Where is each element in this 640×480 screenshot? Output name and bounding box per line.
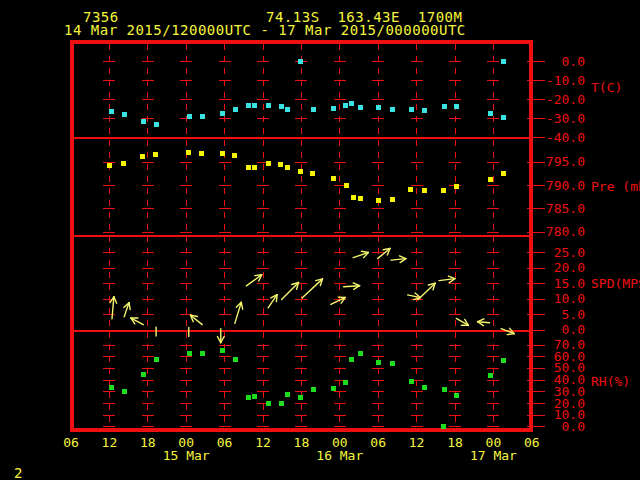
wind-tick-label: 25.0 [554, 245, 585, 260]
date-label: 17 Mar [470, 448, 517, 463]
hour-label: 06 [217, 435, 233, 450]
pressure-point [232, 153, 237, 158]
pressure-point [121, 161, 126, 166]
humidity-point [220, 348, 225, 353]
hour-label: 18 [294, 435, 310, 450]
wind-arrow [378, 249, 390, 259]
hour-label: 06 [370, 435, 386, 450]
pressure-point [252, 165, 257, 170]
humidity-point [343, 380, 348, 385]
humidity-point [187, 351, 192, 356]
wind-arrow [456, 318, 468, 325]
humidity-point [266, 401, 271, 406]
temperature-point [390, 107, 395, 112]
humidity-point [409, 379, 414, 384]
page-number: 2 [14, 465, 23, 480]
wind-arrow [110, 297, 117, 319]
pressure-point [153, 152, 158, 157]
temperature-point [233, 107, 238, 112]
temperature-point [154, 122, 159, 127]
humidity-point [358, 351, 363, 356]
temperature-point [220, 111, 225, 116]
pressure-point [310, 171, 315, 176]
wind-axis-title: SPD(MPS) [591, 276, 640, 291]
pressure-point [199, 151, 204, 156]
wind-arrow-series [110, 249, 514, 343]
temperature-point [409, 107, 414, 112]
humidity-point [390, 361, 395, 366]
temperature-point [501, 115, 506, 120]
temperature-point [331, 106, 336, 111]
pressure-point [408, 187, 413, 192]
wind-arrow [282, 283, 299, 300]
hour-label: 06 [524, 435, 540, 450]
humidity-point [501, 358, 506, 363]
temperature-point [187, 114, 192, 119]
wind-arrow [353, 251, 368, 257]
wind-arrow [391, 256, 406, 263]
pressure-point [441, 188, 446, 193]
date-label: 15 Mar [163, 448, 210, 463]
pressure-series [107, 150, 506, 203]
humidity-point [376, 360, 381, 365]
humidity-point [441, 424, 446, 429]
pressure-tick-label: 795.0 [546, 154, 585, 169]
temperature-point [442, 104, 447, 109]
pressure-point [278, 162, 283, 167]
humidity-point [442, 387, 447, 392]
pressure-point [376, 198, 381, 203]
pressure-point [140, 154, 145, 159]
wind-tick-label: 20.0 [554, 260, 585, 275]
wind-arrow [344, 283, 360, 290]
humidity-point [311, 387, 316, 392]
temperature-point [311, 107, 316, 112]
humidity-point [298, 395, 303, 400]
temperature-point [109, 109, 114, 114]
temperature-point [298, 59, 303, 64]
hour-label: 06 [63, 435, 79, 450]
wind-tick-label: 10.0 [554, 291, 585, 306]
pressure-point [344, 183, 349, 188]
wind-arrow [235, 302, 243, 323]
wind-tick-label: 15.0 [554, 276, 585, 291]
pressure-point [454, 184, 459, 189]
pressure-point [266, 161, 271, 166]
temperature-tick-label: -20.0 [546, 92, 585, 107]
temperature-point [122, 112, 127, 117]
value-axis-labels: 0.0-10.0-20.0-30.0-40.0T(C)795.0790.0785… [546, 54, 640, 434]
humidity-point [331, 386, 336, 391]
pressure-tick-label: 780.0 [546, 224, 585, 239]
humidity-point [422, 385, 427, 390]
hour-label: 18 [140, 435, 156, 450]
humidity-point [454, 393, 459, 398]
temperature-point [200, 114, 205, 119]
wind-arrow [478, 319, 490, 326]
humidity-point [200, 351, 205, 356]
humidity-point [233, 357, 238, 362]
wind-arrow [268, 295, 277, 308]
pressure-point [186, 150, 191, 155]
temperature-point [141, 119, 146, 124]
wind-tick-label: 5.0 [562, 307, 585, 322]
pressure-point [501, 171, 506, 176]
wind-tick-label: 0.0 [562, 322, 585, 337]
pressure-tick-label: 790.0 [546, 178, 585, 193]
humidity-point [109, 385, 114, 390]
temperature-axis-title: T(C) [591, 80, 622, 95]
wind-arrow [302, 279, 322, 298]
meteogram-screen: 0.0-10.0-20.0-30.0-40.0T(C)795.0790.0785… [0, 0, 640, 480]
temperature-tick-label: -40.0 [546, 130, 585, 145]
temperature-point [376, 105, 381, 110]
hour-label: 12 [255, 435, 271, 450]
hour-label: 12 [409, 435, 425, 450]
pressure-point [351, 195, 356, 200]
humidity-point [252, 394, 257, 399]
humidity-axis-title: RH(%) [591, 374, 630, 389]
pressure-point [331, 176, 336, 181]
time-axis-labels: 0612180006121800061218000615 Mar16 Mar17… [63, 435, 539, 463]
humidity-point [141, 372, 146, 377]
temperature-tick-label: 0.0 [562, 54, 585, 69]
humidity-tick-label: 0.0 [562, 419, 585, 434]
wind-arrow [124, 303, 130, 317]
temperature-point [454, 104, 459, 109]
